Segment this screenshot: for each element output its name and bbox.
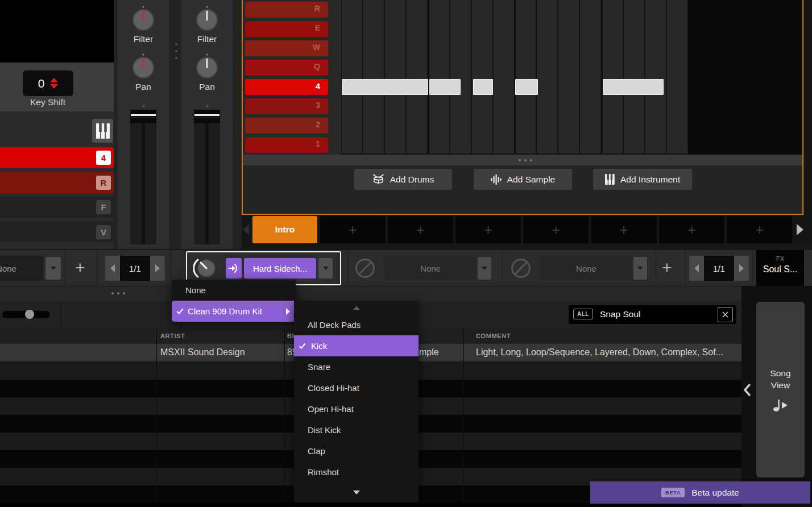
pad-menu-item-all-deck-pads[interactable]: All Deck Pads [294, 314, 419, 335]
pad-menu-item-closed-hi-hat[interactable]: Closed Hi-hat [294, 377, 419, 398]
key-shift-down-icon[interactable] [50, 84, 58, 89]
library-zoom-slider-thumb[interactable] [25, 310, 34, 319]
grid-step-column[interactable] [342, 0, 362, 153]
strip-divider-handle[interactable] [175, 43, 177, 59]
grid-step-column[interactable] [537, 0, 557, 153]
volume-fader-handle[interactable] [130, 110, 156, 123]
left-deck-add-fx-button[interactable]: + [75, 259, 85, 276]
menu-scroll-down-icon[interactable] [353, 491, 360, 494]
add-drums-button[interactable]: Add Drums [354, 169, 452, 190]
column-header-artist[interactable]: ARTIST [160, 333, 185, 339]
deck-pad-row-W[interactable]: W [245, 40, 328, 56]
grid-step-column[interactable] [515, 0, 536, 153]
deck-pad-row-Q[interactable]: Q [245, 60, 328, 76]
deck-pad-row-2[interactable]: 2 [245, 118, 328, 134]
sequencer-note[interactable] [342, 79, 428, 95]
scene-tab-add-4[interactable]: + [523, 216, 589, 243]
fx-slot-1-dropdown-button[interactable] [318, 258, 333, 279]
track-row-V[interactable]: V [0, 222, 114, 243]
sequencer-scrollbar[interactable] [243, 155, 803, 165]
scene-tab-add-3[interactable]: + [455, 216, 521, 243]
volume-fader-handle[interactable] [194, 110, 220, 123]
left-deck-fx-page-next-button[interactable] [150, 256, 165, 281]
fx-slot-3-knob-disabled[interactable] [508, 256, 533, 281]
scene-tab-add-2[interactable]: + [388, 216, 453, 243]
scenes-scroll-right-icon[interactable] [797, 224, 803, 235]
volume-fader[interactable] [194, 111, 220, 244]
piano-view-button[interactable] [92, 119, 113, 143]
column-header-comment[interactable]: COMMENT [476, 333, 511, 339]
filter-knob[interactable] [194, 5, 219, 32]
fx-slot-1-selector[interactable]: Hard Sidech... [244, 258, 316, 279]
library-resize-handle[interactable] [0, 286, 741, 301]
grid-step-column[interactable] [645, 0, 666, 153]
pad-menu-item-snare[interactable]: Snare [294, 356, 419, 377]
sequencer-note[interactable] [603, 79, 664, 95]
left-deck-fx-dropdown-button[interactable] [45, 257, 61, 280]
grid-step-column[interactable] [450, 0, 471, 153]
sequencer-note[interactable] [473, 79, 493, 95]
add-sample-button[interactable]: Add Sample [474, 169, 572, 190]
filter-knob[interactable] [131, 5, 156, 32]
deck-pad-row-4[interactable]: 4 [245, 79, 328, 95]
track-badge-V[interactable]: V [96, 225, 111, 239]
pad-menu-item-rimshot[interactable]: Rimshot [294, 462, 419, 483]
beta-update-button[interactable]: BETA Beta update [590, 481, 810, 504]
scenes-scroll-left-icon[interactable] [243, 225, 249, 235]
grid-step-column[interactable] [429, 0, 449, 153]
fx-slot-2-dropdown-button[interactable] [478, 257, 491, 280]
pad-menu-item-open-hi-hat[interactable]: Open Hi-hat [294, 398, 419, 419]
fx-page-next-button[interactable] [734, 256, 749, 281]
pad-menu-item-clap[interactable]: Clap [294, 440, 419, 462]
fx-slot-3-selector[interactable]: None [540, 257, 632, 280]
track-row-R[interactable]: R [0, 172, 114, 193]
deck-pad-row-3[interactable]: 3 [245, 98, 328, 114]
menu-scroll-up-icon[interactable] [353, 306, 360, 310]
search-filter-badge[interactable]: ALL [573, 309, 593, 319]
grid-step-column[interactable] [667, 0, 687, 153]
grid-step-column[interactable] [624, 0, 644, 153]
fx-page-prev-button[interactable] [689, 256, 704, 281]
key-shift-up-icon[interactable] [50, 78, 58, 82]
sequencer-note[interactable] [429, 79, 461, 95]
grid-step-column[interactable] [602, 0, 623, 153]
pan-knob[interactable] [194, 52, 219, 80]
scene-tab-intro[interactable]: Intro [252, 216, 317, 243]
grid-step-column[interactable] [580, 0, 600, 153]
grid-step-column[interactable] [407, 0, 427, 153]
library-search-box[interactable]: ALL Snap Soul [569, 305, 736, 324]
song-view-button[interactable]: Song View [756, 302, 805, 477]
fx-slot-1-knob[interactable] [190, 254, 221, 283]
fx-slot-2-selector[interactable]: None [384, 257, 477, 280]
grid-step-column[interactable] [558, 0, 579, 153]
grid-step-column[interactable] [494, 0, 514, 153]
scene-tab-add-5[interactable]: + [591, 216, 657, 243]
left-deck-fx-page-prev-button[interactable] [105, 256, 120, 281]
key-shift-arrows[interactable] [50, 78, 58, 89]
key-shift-stepper[interactable]: 0 [23, 70, 73, 96]
scene-tab-add-7[interactable]: + [727, 216, 792, 243]
volume-fader[interactable] [130, 111, 156, 244]
fx-slot-2-knob-disabled[interactable] [353, 256, 378, 281]
fx-display-box[interactable]: FX Soul S... [756, 250, 804, 286]
grid-step-column[interactable] [363, 0, 384, 153]
resize-handle-icon[interactable] [111, 292, 125, 294]
add-instrument-button[interactable]: Add Instrument [593, 169, 692, 190]
fx-slot-3-dropdown-button[interactable] [633, 257, 647, 280]
pan-knob[interactable] [131, 52, 156, 80]
scene-tab-add-6[interactable]: + [659, 216, 724, 243]
search-clear-button[interactable] [718, 307, 733, 322]
track-badge-F[interactable]: F [96, 200, 111, 214]
track-badge-R[interactable]: R [96, 176, 111, 190]
track-row-4[interactable]: 4 [0, 147, 114, 168]
track-row-F[interactable]: F [0, 197, 114, 218]
add-fx-button[interactable]: + [662, 259, 672, 276]
step-sequencer-grid[interactable] [341, 0, 688, 155]
scene-tab-add-1[interactable]: + [320, 216, 386, 243]
menu-item-none[interactable]: None [172, 280, 296, 301]
deck-pad-row-1[interactable]: 1 [245, 137, 328, 153]
deck-pad-row-R[interactable]: R [245, 2, 328, 18]
grid-step-column[interactable] [385, 0, 405, 153]
track-badge-4[interactable]: 4 [96, 151, 111, 165]
grid-step-column[interactable] [472, 0, 492, 153]
